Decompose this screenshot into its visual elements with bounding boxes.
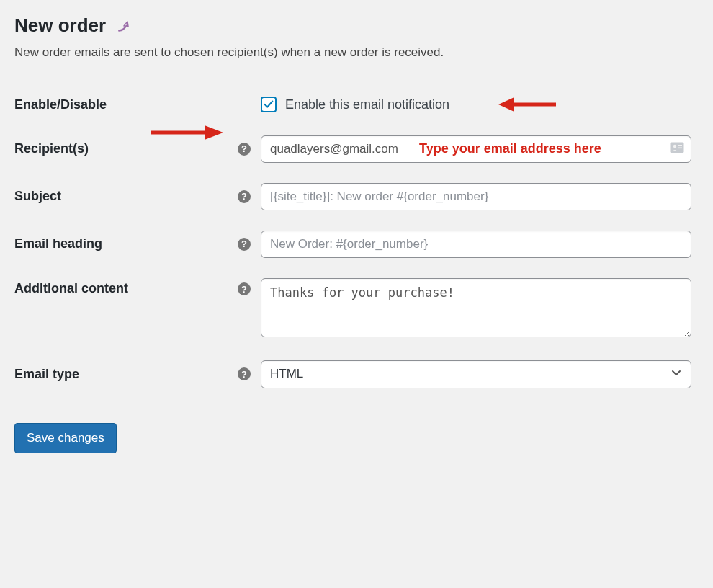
svg-marker-1 <box>498 97 514 112</box>
label-additional: Additional content <box>14 268 238 350</box>
label-heading: Email heading <box>14 220 238 268</box>
svg-rect-6 <box>678 145 682 146</box>
title-text: New order <box>14 14 106 36</box>
enable-checkbox-label: Enable this email notification <box>285 97 449 112</box>
settings-form: Enable/Disable Enable this email notific… <box>14 84 699 398</box>
email-type-select[interactable]: HTML <box>261 360 691 388</box>
additional-content-textarea[interactable] <box>261 278 691 337</box>
label-recipients: Recipient(s) <box>14 125 238 173</box>
back-icon[interactable] <box>117 16 131 38</box>
svg-rect-7 <box>678 147 682 148</box>
page-title: New order <box>14 14 699 38</box>
enable-checkbox[interactable] <box>261 97 277 112</box>
annotation-arrow-enable <box>498 94 556 115</box>
email-type-value: HTML <box>270 367 303 381</box>
help-icon[interactable]: ? <box>238 143 251 156</box>
help-icon[interactable]: ? <box>238 282 251 295</box>
label-email-type: Email type <box>14 350 238 398</box>
svg-point-5 <box>673 144 676 147</box>
page-description: New order emails are sent to chosen reci… <box>14 45 699 60</box>
recipients-input[interactable] <box>261 135 691 163</box>
help-icon[interactable]: ? <box>238 238 251 251</box>
email-heading-input[interactable] <box>261 231 691 258</box>
contacts-icon <box>670 142 684 156</box>
chevron-down-icon <box>671 367 682 382</box>
subject-input[interactable] <box>261 183 691 210</box>
label-enable: Enable/Disable <box>14 84 238 125</box>
help-icon[interactable]: ? <box>238 190 251 203</box>
label-subject: Subject <box>14 173 238 220</box>
help-icon[interactable]: ? <box>238 368 251 380</box>
save-button[interactable]: Save changes <box>14 423 117 453</box>
